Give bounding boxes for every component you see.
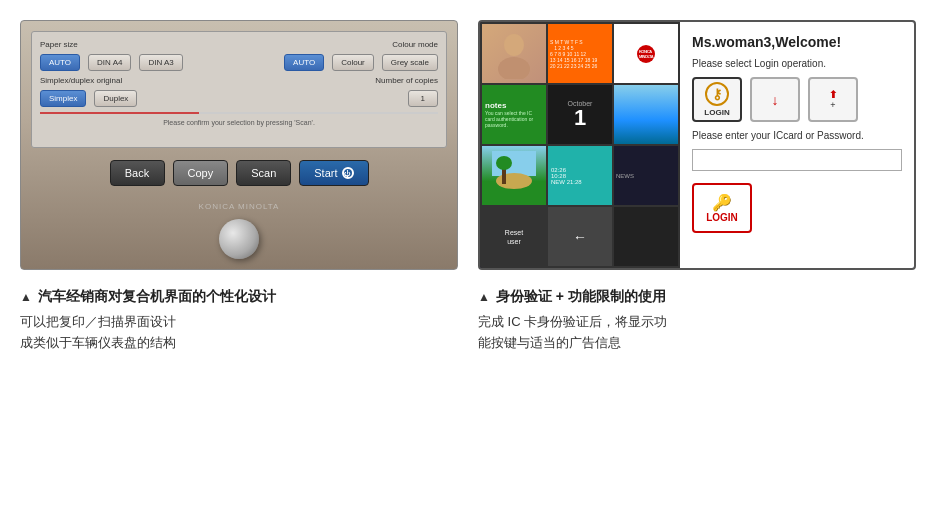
tile-island xyxy=(482,146,546,205)
colour-mode-label: Colour mode xyxy=(392,40,438,49)
confirm-text: Please confirm your selection by pressin… xyxy=(40,117,438,128)
printer-buttons: Back Copy Scan Start ⏻ xyxy=(31,154,447,192)
login-icon-circle: ⚷ xyxy=(705,82,729,106)
login-ui: S M T W T F S 1 2 3 4 5 6 7 8 9 10 11 12… xyxy=(478,20,916,270)
password-input[interactable] xyxy=(692,149,902,171)
konica-red-circle: KONICAMINOLTA xyxy=(637,45,655,63)
left-caption-title: ▲ 汽车经销商对复合机界面的个性化设计 xyxy=(20,288,458,306)
login-label: LOGIN xyxy=(704,108,729,117)
tile-back-arrow[interactable]: ← xyxy=(548,207,612,266)
copies-value[interactable]: 1 xyxy=(408,90,438,107)
triangle-icon: ▲ xyxy=(20,290,32,304)
konica-logo: KONICA MINOLTA xyxy=(199,202,280,211)
paper-size-label: Paper size xyxy=(40,40,78,49)
printer-footer: KONICA MINOLTA xyxy=(31,198,447,213)
left-panel: Paper size Colour mode AUTO DIN A4 DIN A… xyxy=(20,20,458,508)
simplex-duplex-label: Simplex/duplex original xyxy=(40,76,122,85)
svg-point-1 xyxy=(498,57,530,79)
right-panel: S M T W T F S 1 2 3 4 5 6 7 8 9 10 11 12… xyxy=(478,20,916,508)
ball-decoration xyxy=(219,219,259,259)
login-option-down[interactable]: ↓ xyxy=(750,77,800,122)
login-option-ic[interactable]: ⚷ LOGIN xyxy=(692,77,742,122)
printer-ui: Paper size Colour mode AUTO DIN A4 DIN A… xyxy=(20,20,458,270)
svg-point-5 xyxy=(496,156,512,170)
login-option-up[interactable]: ⬆ + xyxy=(808,77,858,122)
welcome-text: Ms.woman3,Welcome! xyxy=(692,34,902,50)
tile-ocean xyxy=(614,85,678,144)
login-btn-text: LOGIN xyxy=(706,212,738,223)
btn-simplex[interactable]: Simplex xyxy=(40,90,86,107)
left-caption: ▲ 汽车经销商对复合机界面的个性化设计 可以把复印／扫描界面设计 成类似于车辆仪… xyxy=(20,280,458,362)
tile-photo xyxy=(482,24,546,83)
tile-october: October 1 xyxy=(548,85,612,144)
start-icon: ⏻ xyxy=(342,167,354,179)
tile-dark-news: NEWS xyxy=(614,146,678,205)
btn-grey-scale[interactable]: Grey scale xyxy=(382,54,438,71)
svg-point-3 xyxy=(496,173,532,189)
start-button[interactable]: Start ⏻ xyxy=(299,160,368,186)
copies-label: Number of copies xyxy=(375,76,438,85)
down-arrow-icon: ↓ xyxy=(772,92,779,108)
left-caption-body: 可以把复印／扫描界面设计 成类似于车辆仪表盘的结构 xyxy=(20,312,458,354)
select-login-text: Please select Login operation. xyxy=(692,58,902,69)
btn-din-a3[interactable]: DIN A3 xyxy=(139,54,182,71)
btn-auto-colour[interactable]: AUTO xyxy=(284,54,324,71)
scan-button[interactable]: Scan xyxy=(236,160,291,186)
login-options: ⚷ LOGIN ↓ ⬆ + xyxy=(692,77,902,122)
right-caption-title: ▲ 身份验证 + 功能限制的使用 xyxy=(478,288,916,306)
right-caption-body: 完成 IC 卡身份验证后，将显示功 能按键与适当的广告信息 xyxy=(478,312,916,354)
btn-auto[interactable]: AUTO xyxy=(40,54,80,71)
tile-notes: notes You can select the IC card authent… xyxy=(482,85,546,144)
tile-grid: S M T W T F S 1 2 3 4 5 6 7 8 9 10 11 12… xyxy=(480,22,680,268)
svg-point-0 xyxy=(504,34,524,56)
tile-teal: 02:26 10:28 NEW 21:28 xyxy=(548,146,612,205)
right-caption: ▲ 身份验证 + 功能限制的使用 完成 IC 卡身份验证后，将显示功 能按键与适… xyxy=(478,280,916,362)
triangle-icon-right: ▲ xyxy=(478,290,490,304)
enter-password-text: Please enter your ICcard or Password. xyxy=(692,130,902,141)
tile-reset[interactable]: Reset user xyxy=(482,207,546,266)
login-button-big[interactable]: 🔑 LOGIN xyxy=(692,183,752,233)
divider xyxy=(40,112,438,114)
login-panel: Ms.woman3,Welcome! Please select Login o… xyxy=(680,22,914,268)
btn-din-a4[interactable]: DIN A4 xyxy=(88,54,131,71)
arrow-icon: ← xyxy=(573,229,587,245)
copy-button[interactable]: Copy xyxy=(173,160,229,186)
back-button[interactable]: Back xyxy=(110,160,165,186)
tile-empty xyxy=(614,207,678,266)
btn-colour[interactable]: Colour xyxy=(332,54,374,71)
tile-calendar: S M T W T F S 1 2 3 4 5 6 7 8 9 10 11 12… xyxy=(548,24,612,83)
tile-logo: KONICAMINOLTA xyxy=(614,24,678,83)
btn-duplex[interactable]: Duplex xyxy=(94,90,137,107)
printer-screen: Paper size Colour mode AUTO DIN A4 DIN A… xyxy=(31,31,447,148)
